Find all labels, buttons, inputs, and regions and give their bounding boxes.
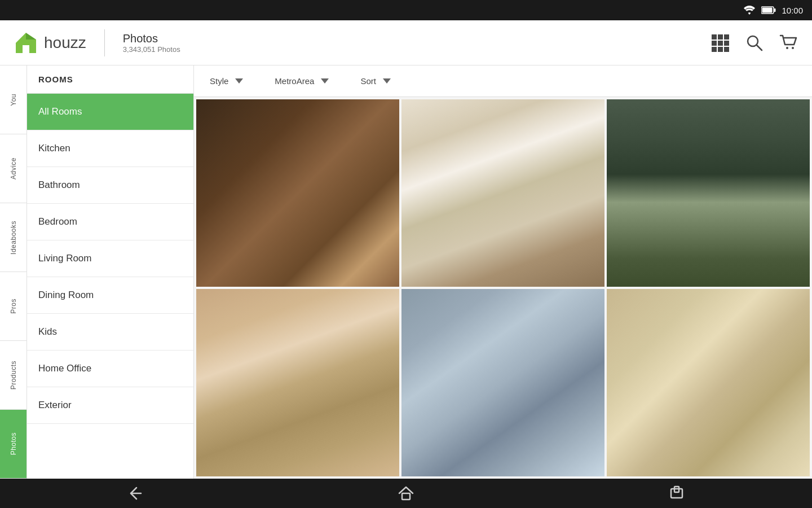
back-button[interactable] xyxy=(118,482,152,505)
status-bar: 10:00 xyxy=(0,0,812,20)
photo-item-5[interactable] xyxy=(401,289,604,476)
photo-item-6[interactable] xyxy=(607,289,810,476)
room-item-bathroom[interactable]: Bathroom xyxy=(27,167,193,204)
svg-rect-12 xyxy=(718,47,723,52)
back-icon xyxy=(125,483,145,503)
sidebar-item-ideabooks[interactable]: Ideabooks xyxy=(0,203,27,272)
svg-rect-8 xyxy=(712,41,717,46)
home-icon xyxy=(396,483,416,503)
filter-sort[interactable]: Sort xyxy=(354,72,398,90)
recents-icon xyxy=(667,483,687,503)
svg-rect-2 xyxy=(762,8,773,13)
logo-area: houzz Photos 3,343,051 Photos xyxy=(14,29,710,56)
room-item-living-room[interactable]: Living Room xyxy=(27,240,193,277)
battery-icon xyxy=(761,6,776,14)
room-item-dining-room[interactable]: Dining Room xyxy=(27,277,193,314)
search-icon[interactable] xyxy=(745,34,764,52)
wifi-icon xyxy=(743,6,756,15)
status-icons: 10:00 xyxy=(743,6,803,15)
main-area: You Advice Ideabooks Pros Products Photo… xyxy=(0,65,812,479)
room-item-home-office[interactable]: Home Office xyxy=(27,351,193,387)
svg-rect-11 xyxy=(712,47,717,52)
houzz-wordmark: houzz xyxy=(44,34,86,52)
cart-icon[interactable] xyxy=(779,33,798,52)
sidebar-item-you[interactable]: You xyxy=(0,65,27,134)
side-tabs: You Advice Ideabooks Pros Products Photo… xyxy=(0,65,27,479)
sidebar-item-products[interactable]: Products xyxy=(0,341,27,410)
sort-dropdown-arrow xyxy=(383,78,391,84)
svg-rect-1 xyxy=(774,8,776,12)
room-item-kitchen[interactable]: Kitchen xyxy=(27,130,193,167)
room-item-bedroom[interactable]: Bedroom xyxy=(27,204,193,240)
clock: 10:00 xyxy=(782,6,803,15)
metro-dropdown-arrow xyxy=(321,78,329,84)
sidebar-item-photos[interactable]: Photos xyxy=(0,410,27,479)
svg-rect-10 xyxy=(724,41,729,46)
svg-point-17 xyxy=(792,47,794,49)
content-area: Style MetroArea Sort xyxy=(194,65,812,479)
header-actions xyxy=(710,33,798,52)
photo-item-3[interactable] xyxy=(607,99,810,287)
room-item-exterior[interactable]: Exterior xyxy=(27,387,193,424)
filter-style[interactable]: Style xyxy=(203,72,250,90)
room-list-header: ROOMS xyxy=(27,65,193,94)
app-header: houzz Photos 3,343,051 Photos xyxy=(0,20,812,65)
grid-view-icon[interactable] xyxy=(710,33,730,52)
svg-rect-13 xyxy=(724,47,729,52)
recents-button[interactable] xyxy=(660,482,694,505)
style-dropdown-arrow xyxy=(235,78,243,84)
svg-rect-19 xyxy=(402,493,410,500)
houzz-logo: houzz xyxy=(14,30,86,55)
photo-item-2[interactable] xyxy=(401,99,604,287)
svg-rect-7 xyxy=(724,34,729,40)
svg-rect-9 xyxy=(718,41,723,46)
photo-item-1[interactable] xyxy=(196,99,399,287)
svg-rect-6 xyxy=(718,34,723,40)
svg-line-15 xyxy=(757,45,762,50)
filter-metro-area[interactable]: MetroArea xyxy=(268,72,336,90)
svg-point-16 xyxy=(786,47,788,49)
header-title-area: Photos 3,343,051 Photos xyxy=(123,32,180,54)
photo-grid xyxy=(194,97,812,479)
room-list: ROOMS All Rooms Kitchen Bathroom Bedroom… xyxy=(27,65,194,479)
room-item-all-rooms[interactable]: All Rooms xyxy=(27,94,193,130)
page-title: Photos xyxy=(123,32,180,45)
sidebar-item-advice[interactable]: Advice xyxy=(0,134,27,203)
filter-bar: Style MetroArea Sort xyxy=(194,65,812,97)
home-button[interactable] xyxy=(389,482,423,505)
svg-marker-4 xyxy=(26,33,36,40)
svg-rect-5 xyxy=(712,34,717,40)
photo-item-4[interactable] xyxy=(196,289,399,476)
photo-count: 3,343,051 Photos xyxy=(123,45,180,54)
header-divider xyxy=(104,29,105,56)
sidebar-item-pros[interactable]: Pros xyxy=(0,272,27,341)
houzz-logo-icon xyxy=(14,30,38,55)
bottom-nav xyxy=(0,479,812,508)
svg-rect-20 xyxy=(671,489,682,498)
room-item-kids[interactable]: Kids xyxy=(27,314,193,351)
